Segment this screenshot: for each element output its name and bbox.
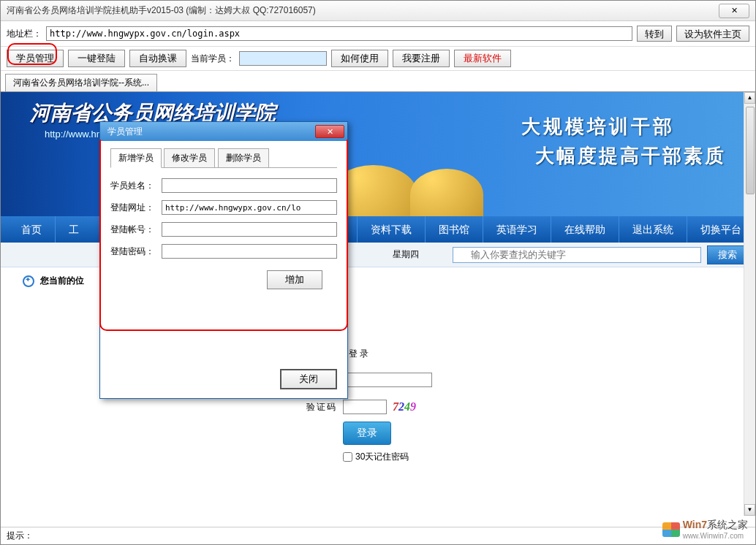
remember-label: 30天记住密码 <box>355 451 409 463</box>
watermark-url: www.Winwin7.com <box>683 532 748 540</box>
search-input[interactable] <box>453 247 701 263</box>
login-button[interactable]: 登录 <box>343 422 391 445</box>
vertical-scrollbar[interactable]: ▲ ▼ <box>744 92 755 516</box>
field-account-input[interactable] <box>162 222 337 237</box>
weekday-label: 星期四 <box>393 248 419 261</box>
watermark-text: Win7系统之家 <box>683 519 748 530</box>
nav-help[interactable]: 在线帮助 <box>551 216 619 243</box>
field-url-label: 登陆网址： <box>110 202 157 214</box>
nav-downloads[interactable]: 资料下载 <box>358 216 426 243</box>
status-bar: 提示： <box>1 527 755 544</box>
search-button[interactable]: 搜索 <box>707 245 748 264</box>
sethome-button[interactable]: 设为软件主页 <box>676 26 749 42</box>
dialog-title: 学员管理 <box>107 126 315 138</box>
toolbar: 学员管理 一键登陆 自动换课 当前学员： 如何使用 我要注册 最新软件 <box>1 47 755 71</box>
window-title: 河南省公务员网络培训学院挂机助手v2015-03 (编制：达姆大叔 QQ:727… <box>7 4 716 17</box>
windows-flag-icon <box>662 522 680 537</box>
field-url-input[interactable] <box>162 200 337 215</box>
nav-home[interactable]: 首页 <box>1 216 56 243</box>
scroll-up-icon[interactable]: ▲ <box>744 92 755 104</box>
remember-checkbox[interactable] <box>343 452 352 462</box>
slogan-2: 大幅度提高干部素质 <box>535 143 726 169</box>
nav-library[interactable]: 图书馆 <box>426 216 483 243</box>
current-location-text: 您当前的位 <box>40 275 84 287</box>
dialog-close-button[interactable]: ✕ <box>315 125 344 138</box>
hint-label: 提示： <box>7 530 33 542</box>
close-button[interactable]: ✕ <box>719 4 749 18</box>
register-button[interactable]: 我要注册 <box>393 50 450 67</box>
watermark: Win7系统之家 www.Winwin7.com <box>662 519 748 540</box>
captcha-image: 7249 <box>393 400 416 413</box>
field-password-label: 登陆密码： <box>110 245 157 258</box>
login-title: 登 录 <box>349 348 368 360</box>
captcha-label: 验证码 <box>300 401 337 413</box>
auto-swap-button[interactable]: 自动换课 <box>129 50 186 67</box>
remember-row: 30天记住密码 <box>343 451 505 463</box>
current-student-input[interactable] <box>239 51 327 66</box>
manage-students-button[interactable]: 学员管理 <box>7 50 64 67</box>
add-button[interactable]: 增加 <box>267 270 322 289</box>
address-bar: 地址栏： 转到 设为软件主页 <box>1 21 755 47</box>
dialog-ok-close-button[interactable]: 关闭 <box>280 369 337 389</box>
one-click-login-button[interactable]: 一键登陆 <box>68 50 125 67</box>
howto-button[interactable]: 如何使用 <box>331 50 388 67</box>
scroll-thumb[interactable] <box>746 107 755 194</box>
tab-edit-student[interactable]: 修改学员 <box>164 148 215 168</box>
password-input[interactable] <box>344 373 432 387</box>
current-student-label: 当前学员： <box>191 53 235 65</box>
main-window: 河南省公务员网络培训学院挂机助手v2015-03 (编制：达姆大叔 QQ:727… <box>0 0 756 545</box>
tab-delete-student[interactable]: 删除学员 <box>218 148 269 168</box>
field-name-input[interactable] <box>162 178 337 193</box>
nav-english[interactable]: 英语学习 <box>483 216 551 243</box>
titlebar: 河南省公务员网络培训学院挂机助手v2015-03 (编制：达姆大叔 QQ:727… <box>1 1 755 21</box>
field-name-label: 学员姓名： <box>110 180 157 192</box>
slogan-1: 大规模培训干部 <box>521 114 675 140</box>
student-manage-dialog: 学员管理 ✕ 新增学员 修改学员 删除学员 学员姓名： 登陆网址： 登陆帐号： <box>99 121 348 399</box>
dialog-tabs: 新增学员 修改学员 删除学员 <box>110 148 337 168</box>
browser-tab[interactable]: 河南省公务员网络培训学院--系统... <box>5 74 157 91</box>
latest-software-button[interactable]: 最新软件 <box>454 50 511 67</box>
address-input[interactable] <box>46 26 632 41</box>
captcha-input[interactable] <box>343 400 387 414</box>
field-password-input[interactable] <box>162 244 337 259</box>
field-account-label: 登陆帐号： <box>110 224 157 236</box>
go-button[interactable]: 转到 <box>637 26 672 42</box>
location-icon <box>23 275 34 287</box>
nav-logout[interactable]: 退出系统 <box>619 216 687 243</box>
tab-bar: 河南省公务员网络培训学院--系统... <box>1 71 755 92</box>
address-label: 地址栏： <box>7 28 42 40</box>
scroll-down-icon[interactable]: ▼ <box>744 504 755 516</box>
dialog-titlebar[interactable]: 学员管理 ✕ <box>100 122 347 141</box>
tab-add-student[interactable]: 新增学员 <box>110 148 162 168</box>
